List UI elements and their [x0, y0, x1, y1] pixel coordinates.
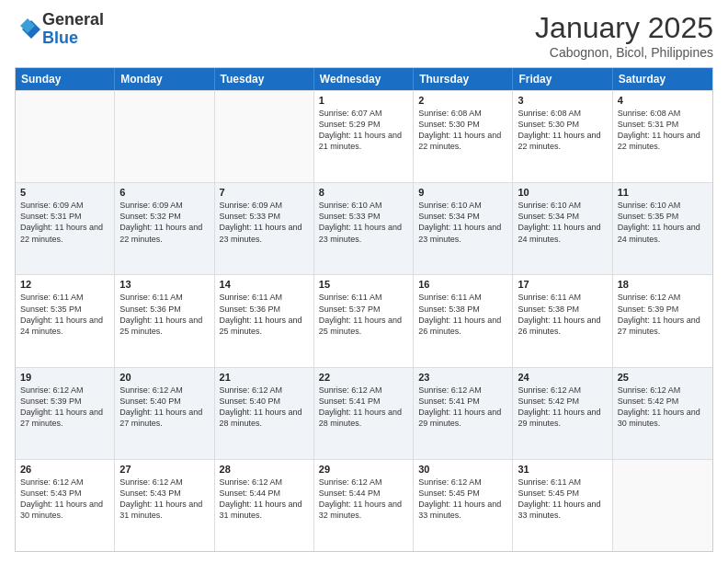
calendar-row-3: 19Sunrise: 6:12 AM Sunset: 5:39 PM Dayli… [16, 367, 712, 459]
calendar-cell-26: 26Sunrise: 6:12 AM Sunset: 5:43 PM Dayli… [16, 460, 115, 551]
title-container: January 2025 Cabognon, Bicol, Philippine… [535, 11, 713, 60]
calendar-cell-10: 10Sunrise: 6:10 AM Sunset: 5:34 PM Dayli… [513, 183, 612, 274]
calendar: SundayMondayTuesdayWednesdayThursdayFrid… [15, 67, 713, 552]
calendar-cell-12: 12Sunrise: 6:11 AM Sunset: 5:35 PM Dayli… [16, 275, 115, 366]
cell-info: Sunrise: 6:12 AM Sunset: 5:39 PM Dayligh… [618, 292, 708, 337]
month-title: January 2025 [535, 11, 713, 45]
day-number: 6 [119, 187, 209, 198]
calendar-row-1: 5Sunrise: 6:09 AM Sunset: 5:31 PM Daylig… [16, 182, 712, 274]
day-number: 19 [20, 372, 109, 383]
day-number: 3 [518, 95, 607, 106]
cell-info: Sunrise: 6:12 AM Sunset: 5:43 PM Dayligh… [20, 477, 109, 522]
day-number: 13 [119, 279, 209, 290]
calendar-cell-9: 9Sunrise: 6:10 AM Sunset: 5:34 PM Daylig… [414, 183, 513, 274]
logo-general: General [42, 11, 104, 29]
day-number: 17 [518, 279, 607, 290]
calendar-cell-28: 28Sunrise: 6:12 AM Sunset: 5:44 PM Dayli… [215, 460, 314, 551]
calendar-cell-empty [613, 460, 712, 551]
calendar-cell-15: 15Sunrise: 6:11 AM Sunset: 5:37 PM Dayli… [314, 275, 414, 366]
calendar-cell-13: 13Sunrise: 6:11 AM Sunset: 5:36 PM Dayli… [115, 275, 214, 366]
cell-info: Sunrise: 6:11 AM Sunset: 5:38 PM Dayligh… [418, 292, 507, 337]
calendar-cell-25: 25Sunrise: 6:12 AM Sunset: 5:42 PM Dayli… [613, 368, 712, 459]
calendar-cell-17: 17Sunrise: 6:11 AM Sunset: 5:38 PM Dayli… [513, 275, 612, 366]
day-number: 16 [418, 279, 507, 290]
calendar-row-0: 1Sunrise: 6:07 AM Sunset: 5:29 PM Daylig… [16, 90, 712, 182]
day-number: 9 [418, 187, 507, 198]
day-number: 8 [319, 187, 408, 198]
day-number: 4 [618, 95, 708, 106]
calendar-header: SundayMondayTuesdayWednesdayThursdayFrid… [16, 68, 712, 90]
cell-info: Sunrise: 6:09 AM Sunset: 5:32 PM Dayligh… [119, 200, 209, 245]
cell-info: Sunrise: 6:09 AM Sunset: 5:33 PM Dayligh… [220, 200, 309, 245]
calendar-cell-11: 11Sunrise: 6:10 AM Sunset: 5:35 PM Dayli… [613, 183, 712, 274]
page: General Blue January 2025 Cabognon, Bico… [0, 0, 728, 563]
day-number: 14 [220, 279, 309, 290]
calendar-cell-24: 24Sunrise: 6:12 AM Sunset: 5:42 PM Dayli… [513, 368, 612, 459]
day-number: 10 [518, 187, 607, 198]
cell-info: Sunrise: 6:12 AM Sunset: 5:39 PM Dayligh… [20, 385, 109, 430]
day-header-saturday: Saturday [613, 68, 712, 90]
cell-info: Sunrise: 6:12 AM Sunset: 5:43 PM Dayligh… [119, 477, 209, 522]
logo-icon [15, 17, 40, 42]
calendar-cell-18: 18Sunrise: 6:12 AM Sunset: 5:39 PM Dayli… [613, 275, 712, 366]
day-number: 26 [20, 464, 109, 475]
day-number: 21 [220, 372, 309, 383]
cell-info: Sunrise: 6:11 AM Sunset: 5:36 PM Dayligh… [119, 292, 209, 337]
day-number: 15 [319, 279, 408, 290]
cell-info: Sunrise: 6:11 AM Sunset: 5:35 PM Dayligh… [20, 292, 109, 337]
cell-info: Sunrise: 6:12 AM Sunset: 5:44 PM Dayligh… [220, 477, 309, 522]
calendar-cell-14: 14Sunrise: 6:11 AM Sunset: 5:36 PM Dayli… [215, 275, 314, 366]
location-subtitle: Cabognon, Bicol, Philippines [535, 45, 713, 60]
day-header-thursday: Thursday [414, 68, 513, 90]
day-number: 18 [618, 279, 708, 290]
day-number: 22 [319, 372, 408, 383]
calendar-cell-empty [115, 91, 214, 182]
day-number: 23 [418, 372, 507, 383]
calendar-cell-7: 7Sunrise: 6:09 AM Sunset: 5:33 PM Daylig… [215, 183, 314, 274]
day-number: 1 [319, 95, 408, 106]
cell-info: Sunrise: 6:10 AM Sunset: 5:34 PM Dayligh… [418, 200, 507, 245]
day-number: 20 [119, 372, 209, 383]
cell-info: Sunrise: 6:12 AM Sunset: 5:40 PM Dayligh… [119, 385, 209, 430]
calendar-cell-empty [215, 91, 314, 182]
cell-info: Sunrise: 6:11 AM Sunset: 5:45 PM Dayligh… [518, 477, 607, 522]
calendar-cell-16: 16Sunrise: 6:11 AM Sunset: 5:38 PM Dayli… [414, 275, 513, 366]
cell-info: Sunrise: 6:09 AM Sunset: 5:31 PM Dayligh… [20, 200, 109, 245]
day-number: 12 [20, 279, 109, 290]
calendar-cell-27: 27Sunrise: 6:12 AM Sunset: 5:43 PM Dayli… [115, 460, 214, 551]
day-number: 28 [220, 464, 309, 475]
calendar-cell-20: 20Sunrise: 6:12 AM Sunset: 5:40 PM Dayli… [115, 368, 214, 459]
day-number: 11 [618, 187, 708, 198]
calendar-cell-29: 29Sunrise: 6:12 AM Sunset: 5:44 PM Dayli… [314, 460, 414, 551]
cell-info: Sunrise: 6:12 AM Sunset: 5:41 PM Dayligh… [319, 385, 408, 430]
calendar-cell-21: 21Sunrise: 6:12 AM Sunset: 5:40 PM Dayli… [215, 368, 314, 459]
cell-info: Sunrise: 6:11 AM Sunset: 5:36 PM Dayligh… [220, 292, 309, 337]
day-number: 25 [618, 372, 708, 383]
logo-text: General Blue [42, 11, 104, 48]
calendar-cell-6: 6Sunrise: 6:09 AM Sunset: 5:32 PM Daylig… [115, 183, 214, 274]
calendar-cell-30: 30Sunrise: 6:12 AM Sunset: 5:45 PM Dayli… [414, 460, 513, 551]
day-header-tuesday: Tuesday [215, 68, 314, 90]
calendar-body: 1Sunrise: 6:07 AM Sunset: 5:29 PM Daylig… [16, 90, 712, 551]
day-header-wednesday: Wednesday [314, 68, 414, 90]
cell-info: Sunrise: 6:10 AM Sunset: 5:34 PM Dayligh… [518, 200, 607, 245]
day-number: 31 [518, 464, 607, 475]
day-header-monday: Monday [115, 68, 214, 90]
calendar-cell-23: 23Sunrise: 6:12 AM Sunset: 5:41 PM Dayli… [414, 368, 513, 459]
cell-info: Sunrise: 6:12 AM Sunset: 5:42 PM Dayligh… [618, 385, 708, 430]
calendar-cell-empty [16, 91, 115, 182]
cell-info: Sunrise: 6:08 AM Sunset: 5:31 PM Dayligh… [618, 108, 708, 153]
calendar-cell-19: 19Sunrise: 6:12 AM Sunset: 5:39 PM Dayli… [16, 368, 115, 459]
calendar-cell-4: 4Sunrise: 6:08 AM Sunset: 5:31 PM Daylig… [613, 91, 712, 182]
cell-info: Sunrise: 6:11 AM Sunset: 5:37 PM Dayligh… [319, 292, 408, 337]
cell-info: Sunrise: 6:12 AM Sunset: 5:40 PM Dayligh… [220, 385, 309, 430]
header: General Blue January 2025 Cabognon, Bico… [15, 11, 713, 60]
day-number: 27 [119, 464, 209, 475]
cell-info: Sunrise: 6:08 AM Sunset: 5:30 PM Dayligh… [418, 108, 507, 153]
day-number: 2 [418, 95, 507, 106]
logo-blue: Blue [42, 29, 104, 48]
calendar-cell-31: 31Sunrise: 6:11 AM Sunset: 5:45 PM Dayli… [513, 460, 612, 551]
day-header-friday: Friday [513, 68, 612, 90]
cell-info: Sunrise: 6:12 AM Sunset: 5:45 PM Dayligh… [418, 477, 507, 522]
cell-info: Sunrise: 6:08 AM Sunset: 5:30 PM Dayligh… [518, 108, 607, 153]
